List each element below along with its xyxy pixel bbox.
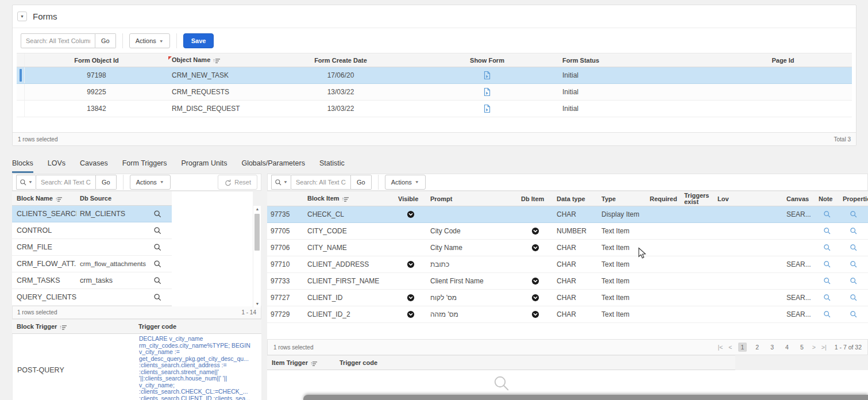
blocks-search-input[interactable] — [36, 175, 96, 190]
col-triggers-exist[interactable]: Triggers exist — [681, 193, 714, 205]
col-data-type[interactable]: Data type — [553, 195, 598, 202]
next-page-button[interactable]: > — [812, 344, 816, 351]
reset-button[interactable]: Reset — [218, 175, 257, 190]
show-form-cell[interactable] — [415, 71, 559, 80]
tab-form-triggers[interactable]: Form Triggers — [122, 159, 167, 173]
page-button-3[interactable]: 3 — [767, 343, 777, 352]
tab-statistic[interactable]: Statistic — [319, 159, 345, 173]
col-required[interactable]: Required — [646, 195, 681, 202]
block-trigger-row[interactable]: POST-QUERY DECLARE v_city_name rm_city_c… — [12, 334, 261, 400]
last-page-button[interactable]: >| — [821, 344, 827, 351]
block-row[interactable]: CRM_TASKS crm_tasks — [12, 272, 172, 289]
tab-cavases[interactable]: Cavases — [80, 159, 108, 173]
page-button-1[interactable]: 1 — [738, 343, 747, 352]
properties-search-icon[interactable] — [839, 277, 868, 285]
note-search-icon[interactable] — [815, 227, 839, 235]
item-row[interactable]: 97735 CHECK_CL CHAR Display Item SEAR... — [267, 206, 868, 223]
item-row[interactable]: 97727 CLIENT_ID מס' לקוח CHAR Text Item … — [267, 290, 868, 306]
show-form-cell[interactable] — [415, 104, 559, 113]
forms-go-button[interactable]: Go — [95, 33, 116, 48]
col-block-name[interactable]: Block Name↑ — [12, 195, 76, 202]
item-row[interactable]: 97710 CLIENT_ADDRESS כתובת CHAR Text Ite… — [267, 256, 868, 273]
col-db-item[interactable]: Db Item — [518, 195, 553, 202]
properties-search-icon[interactable] — [839, 244, 868, 252]
blocks-actions-button[interactable]: Actions▼ — [130, 175, 171, 190]
save-button[interactable]: Save — [183, 33, 214, 48]
row-selector[interactable] — [17, 101, 25, 117]
col-type[interactable]: Type — [598, 195, 646, 202]
block-detail-search-icon[interactable] — [146, 226, 168, 235]
table-row[interactable]: 97198 CRM_NEW_TASK 17/06/20 Initial — [17, 67, 852, 84]
properties-search-icon[interactable] — [839, 210, 868, 218]
collapse-region-button[interactable]: ▼ — [17, 11, 27, 21]
properties-search-icon[interactable] — [839, 310, 868, 318]
items-actions-button[interactable]: Actions▼ — [385, 175, 426, 190]
item-row[interactable]: 97705 CITY_CODE City Code NUMBER Text It… — [267, 223, 868, 240]
search-options-button[interactable]: ▼ — [16, 175, 36, 190]
col-form-create-date[interactable]: Form Create Date — [266, 57, 415, 64]
show-form-cell[interactable] — [415, 87, 559, 97]
block-detail-search-icon[interactable] — [146, 210, 168, 218]
tab-globals-parameters[interactable]: Globals/Parameters — [241, 159, 304, 173]
col-form-status[interactable]: Form Status — [559, 57, 714, 64]
properties-search-icon[interactable] — [839, 294, 868, 302]
item-row[interactable]: 97729 CLIENT_ID_2 מס' מזהה CHAR Text Ite… — [267, 306, 868, 323]
col-trigger-code[interactable]: Trigger code — [336, 359, 381, 366]
page-button-5[interactable]: 5 — [797, 343, 807, 352]
block-row[interactable]: CLIENTS_SEARCH RM_CLIENTS — [12, 206, 172, 222]
properties-search-icon[interactable] — [839, 260, 868, 268]
row-selector[interactable] — [17, 84, 25, 100]
col-page-id[interactable]: Page Id — [714, 57, 852, 64]
tab-blocks[interactable]: Blocks — [12, 159, 33, 173]
block-row[interactable]: QUERY_CLIENTS — [12, 289, 172, 306]
col-item-trigger[interactable]: Item Trigger↑ — [267, 359, 336, 367]
forms-actions-button[interactable]: Actions▼ — [129, 33, 170, 48]
col-canvas[interactable]: Canvas — [783, 195, 815, 202]
block-detail-search-icon[interactable] — [146, 243, 168, 252]
page-button-4[interactable]: 4 — [782, 343, 792, 352]
col-note[interactable]: Note — [815, 195, 839, 202]
col-form-object-id[interactable]: Form Object Id — [25, 57, 168, 64]
search-options-button[interactable]: ▼ — [271, 175, 291, 190]
col-db-source[interactable]: Db Source — [76, 195, 146, 202]
scroll-up-icon[interactable]: ▲ — [253, 206, 261, 213]
properties-search-icon[interactable] — [839, 227, 868, 235]
forms-search-input[interactable] — [21, 33, 95, 48]
col-trigger-code[interactable]: Trigger code — [135, 323, 261, 330]
col-lov[interactable]: Lov — [714, 195, 783, 202]
block-detail-search-icon[interactable] — [146, 293, 168, 302]
col-properties[interactable]: Properties — [839, 195, 868, 202]
note-search-icon[interactable] — [815, 277, 839, 285]
table-row[interactable]: 13842 RM_DISC_REQUEST 13/03/22 Initial — [17, 101, 852, 117]
col-show-form[interactable]: Show Form — [415, 57, 559, 64]
blocks-go-button[interactable]: Go — [96, 175, 117, 190]
tab-program-units[interactable]: Program Units — [182, 159, 227, 173]
items-search-input[interactable] — [291, 175, 351, 190]
scroll-down-icon[interactable]: ▼ — [253, 301, 261, 307]
block-row[interactable]: CRM_FILE — [12, 239, 172, 256]
block-row[interactable]: CONTROL — [12, 222, 172, 239]
block-detail-search-icon[interactable] — [146, 260, 168, 268]
scrollbar-thumb[interactable] — [254, 214, 260, 251]
note-search-icon[interactable] — [815, 294, 839, 302]
col-block-trigger[interactable]: Block Trigger↑ — [12, 323, 135, 330]
block-detail-search-icon[interactable] — [146, 276, 168, 285]
item-row[interactable]: 97706 CITY_NAME City Name CHAR Text Item — [267, 240, 868, 256]
note-search-icon[interactable] — [815, 244, 839, 252]
page-button-2[interactable]: 2 — [753, 343, 762, 352]
note-search-icon[interactable] — [815, 310, 839, 318]
col-object-name[interactable]: Object Name↑ — [168, 56, 266, 64]
block-row[interactable]: CRM_FLOW_ATT... crm_flow_attachments — [12, 256, 172, 272]
row-selector[interactable] — [17, 67, 25, 83]
note-search-icon[interactable] — [815, 260, 839, 268]
items-go-button[interactable]: Go — [351, 175, 372, 190]
col-visible[interactable]: Visible — [395, 195, 427, 202]
col-prompt[interactable]: Prompt — [427, 195, 518, 202]
note-search-icon[interactable] — [815, 210, 839, 218]
first-page-button[interactable]: |< — [718, 344, 723, 351]
prev-page-button[interactable]: < — [728, 344, 732, 351]
vertical-scrollbar[interactable]: ▲ ▼ — [253, 206, 261, 307]
col-block-item[interactable]: Block Item↑ — [304, 195, 395, 202]
tab-lovs[interactable]: LOVs — [48, 159, 65, 173]
table-row[interactable]: 99225 CRM_REQUESTS 13/03/22 Initial — [17, 84, 852, 101]
